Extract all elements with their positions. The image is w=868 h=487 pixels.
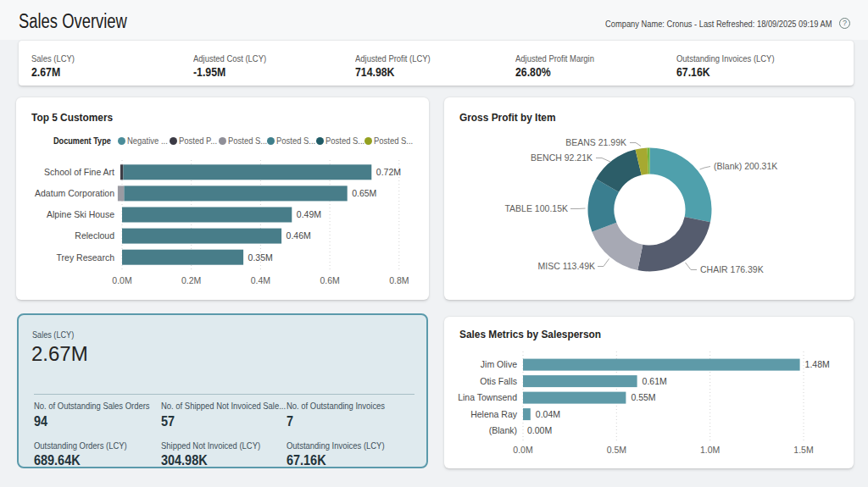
svg-text:0.0M: 0.0M: [513, 445, 532, 455]
svg-text:Jim Olive: Jim Olive: [481, 359, 517, 369]
svg-text:BENCH 92.21K: BENCH 92.21K: [531, 152, 593, 163]
svg-text:Lina Townsend: Lina Townsend: [458, 392, 517, 402]
svg-text:0.4M: 0.4M: [251, 275, 270, 285]
svg-text:Otis Falls: Otis Falls: [480, 376, 517, 386]
svg-text:Relecloud: Relecloud: [75, 230, 114, 241]
svg-text:BEANS 21.99K: BEANS 21.99K: [565, 137, 626, 147]
svg-text:CHAIR 176.39K: CHAIR 176.39K: [700, 264, 764, 274]
svg-text:Trey Research: Trey Research: [57, 252, 115, 263]
svg-text:Adatum Corporation: Adatum Corporation: [35, 188, 114, 198]
svg-text:0.72M: 0.72M: [376, 167, 401, 177]
svg-text:(Blank): (Blank): [489, 425, 517, 435]
svg-text:0.8M: 0.8M: [389, 275, 409, 285]
svg-text:0.61M: 0.61M: [643, 376, 667, 386]
svg-text:Alpine Ski House: Alpine Ski House: [47, 209, 114, 219]
svg-text:0.2M: 0.2M: [181, 275, 201, 285]
svg-text:1.48M: 1.48M: [805, 359, 830, 369]
svg-text:0.0M: 0.0M: [112, 275, 131, 285]
svg-text:TABLE 100.15K: TABLE 100.15K: [504, 203, 568, 213]
svg-text:0.65M: 0.65M: [352, 188, 376, 198]
svg-text:0.49M: 0.49M: [297, 209, 321, 219]
svg-text:1.0M: 1.0M: [700, 445, 720, 455]
svg-text:0.55M: 0.55M: [631, 392, 655, 402]
svg-text:1.5M: 1.5M: [793, 445, 813, 455]
svg-text:0.35M: 0.35M: [248, 252, 273, 263]
svg-text:Helena Ray: Helena Ray: [470, 409, 518, 419]
svg-text:School of Fine Art: School of Fine Art: [44, 167, 114, 177]
svg-text:MISC 113.49K: MISC 113.49K: [537, 261, 595, 271]
svg-text:0.5M: 0.5M: [607, 445, 626, 455]
svg-text:0.46M: 0.46M: [287, 230, 311, 241]
svg-text:0.04M: 0.04M: [536, 409, 560, 419]
svg-text:(Blank) 200.31K: (Blank) 200.31K: [714, 161, 777, 171]
svg-text:0.6M: 0.6M: [320, 275, 339, 285]
svg-text:0.00M: 0.00M: [527, 425, 552, 435]
